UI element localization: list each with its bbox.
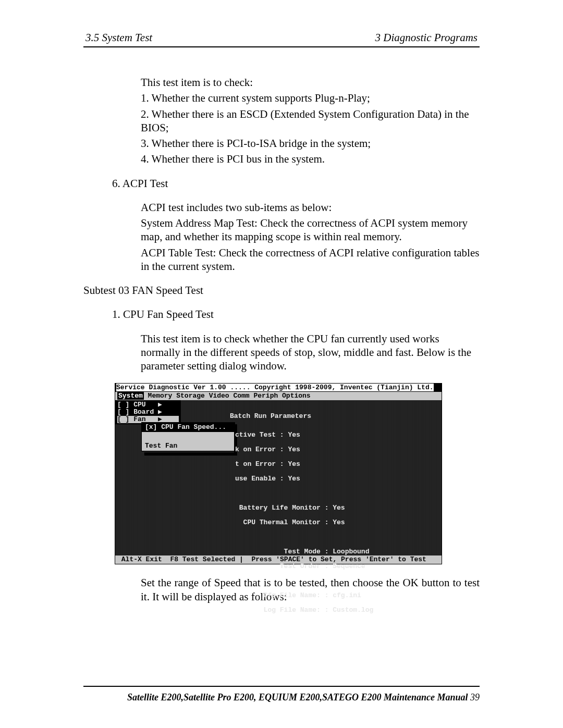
menu-system[interactable]: System [117, 392, 144, 400]
terminal-menubar: System Memory Storage Video Comm Periph … [115, 392, 442, 400]
panel-line: use Enable : Yes [235, 475, 300, 483]
panel-line: k on Error : Yes [235, 446, 300, 453]
header-left: 3.5 System Test [85, 31, 152, 44]
panel-line: Battery Life Monitor : Yes [235, 504, 345, 512]
running-header: 3.5 System Test 3 Diagnostic Programs [83, 31, 480, 47]
fan-submenu: [x] CPU Fan Speed... Test Fan [141, 422, 235, 451]
footer-book: Satellite E200,Satellite Pro E200, EQUIU… [127, 692, 468, 702]
terminal-main: [ ] CPU ▶ [ ] Board ▶ [ ] Fan ▶ Batch Ru… [115, 400, 442, 556]
acpi-l1: ACPI test includes two sub-items as belo… [141, 201, 480, 214]
terminal-screenshot: Service Diagnostic Ver 1.00 ..... Copyri… [115, 383, 441, 564]
fan-body: This test item is to check whether the C… [141, 332, 480, 373]
panel-line: Log File Name: : Custom.log [235, 606, 373, 614]
panel-line: Test Mode : Loopbound [235, 548, 369, 556]
page-number: 39 [468, 692, 480, 702]
footer-text: Satellite E200,Satellite Pro E200, EQUIU… [83, 692, 480, 703]
check-3: 3. Whether there is PCI-to-ISA bridge in… [141, 137, 480, 150]
arrow-icon: ▶ [158, 408, 162, 416]
submenu-cpu-fan-speed[interactable]: [x] CPU Fan Speed... [142, 423, 235, 432]
submenu-blank [142, 432, 235, 441]
panel-line: CPU Thermal Monitor : Yes [235, 519, 345, 526]
panel-line: Test Order : Sequence [235, 562, 365, 570]
panel-line: t on Error : Yes [235, 460, 300, 468]
header-right: 3 Diagnostic Programs [375, 31, 478, 44]
acpi-l2: System Address Map Test: Check the corre… [141, 216, 480, 244]
panel-body: ctive Test : Yes k on Error : Yes t on E… [235, 424, 373, 621]
check-2: 2. Whether there is an ESCD (Extended Sy… [141, 107, 480, 135]
acpi-body: ACPI test includes two sub-items as belo… [141, 201, 480, 273]
body: This test item is to check: 1. Whether t… [83, 76, 480, 603]
panel-line: Cfg File Name: : cfg.ini [235, 591, 361, 599]
page: 3.5 System Test 3 Diagnostic Programs Th… [0, 0, 563, 728]
left-menu: [ ] CPU ▶ [ ] Board ▶ [ ] Fan ▶ [115, 400, 181, 424]
acpi-heading: 6. ACPI Test [112, 177, 480, 190]
title-text: Service Diagnostic Ver 1.00 ..... Copyri… [116, 384, 434, 391]
footer-rule [83, 686, 480, 687]
dos-terminal: Service Diagnostic Ver 1.00 ..... Copyri… [115, 383, 442, 564]
left-menu-board[interactable]: [ ] Board ▶ [117, 409, 179, 416]
arrow-icon: ▶ [158, 401, 162, 409]
check-1: 1. Whether the current system supports P… [141, 91, 480, 105]
panel-line: ctive Test : Yes [235, 431, 300, 439]
fan-heading: 1. CPU Fan Speed Test [112, 307, 480, 321]
left-menu-cpu[interactable]: [ ] CPU ▶ [117, 401, 179, 409]
menu-rest[interactable]: Memory Storage Video Comm Periph Options [144, 392, 311, 400]
check-4: 4. Whether there is PCI bus in the syste… [141, 152, 480, 166]
submenu-test-fan[interactable]: Test Fan [142, 441, 235, 451]
intro-line: This test item is to check: [141, 76, 480, 89]
acpi-l3: ACPI Table Test: Check the correctness o… [141, 246, 480, 274]
page-footer: Satellite E200,Satellite Pro E200, EQUIU… [83, 686, 480, 703]
panel-title: Batch Run Parameters [230, 413, 311, 420]
subtest-heading: Subtest 03 FAN Speed Test [83, 283, 480, 297]
pnp-check-block: This test item is to check: 1. Whether t… [141, 76, 480, 166]
terminal-title: Service Diagnostic Ver 1.00 ..... Copyri… [115, 384, 442, 392]
submenu-shadow [144, 452, 237, 455]
